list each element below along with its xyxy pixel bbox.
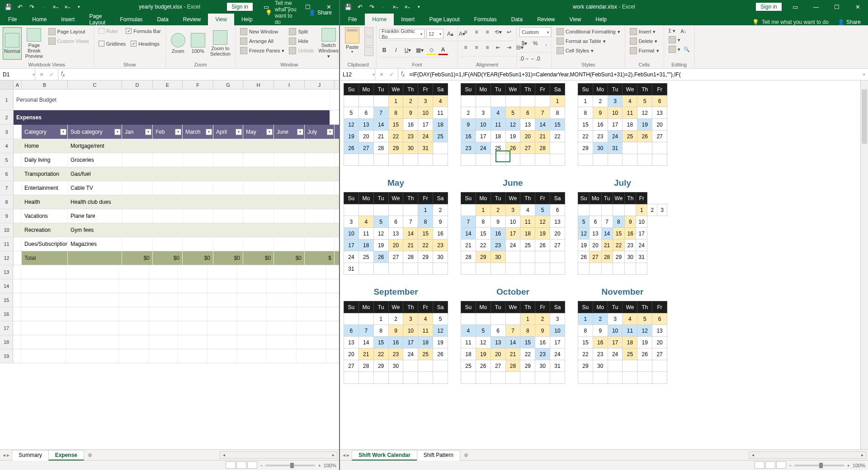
empty-cell[interactable] bbox=[119, 349, 149, 363]
empty-cell[interactable] bbox=[178, 335, 208, 349]
filter-dropdown-icon[interactable]: ▾ bbox=[327, 129, 333, 135]
calendar-day[interactable]: 16 bbox=[593, 119, 608, 131]
calendar-day[interactable] bbox=[433, 142, 448, 154]
calendar-day[interactable] bbox=[373, 154, 388, 166]
empty-cell[interactable] bbox=[119, 279, 149, 293]
calendar-day[interactable]: 11 bbox=[359, 228, 373, 240]
total-cell[interactable]: Total bbox=[22, 251, 68, 265]
calendar-day[interactable]: 1 bbox=[373, 313, 388, 325]
calendar-day[interactable] bbox=[476, 263, 491, 275]
calendar-day[interactable]: 8 bbox=[550, 107, 565, 119]
total-cell[interactable]: $0 bbox=[243, 251, 274, 265]
gridlines-checkbox[interactable] bbox=[99, 41, 104, 47]
calendar-day[interactable]: 19 bbox=[433, 337, 448, 348]
data-cell[interactable]: Vacations bbox=[22, 209, 68, 223]
calendar-day[interactable]: 15 bbox=[520, 337, 535, 348]
calendar-day[interactable]: 1 bbox=[550, 95, 565, 107]
calendar-day[interactable] bbox=[636, 263, 647, 275]
data-cell[interactable] bbox=[274, 209, 305, 223]
data-cell[interactable] bbox=[243, 181, 274, 195]
empty-cell[interactable] bbox=[237, 321, 267, 335]
calendar-day[interactable]: 18 bbox=[418, 337, 433, 348]
tab-view[interactable]: View bbox=[208, 14, 234, 25]
tab-formulas[interactable]: Formulas bbox=[467, 14, 504, 25]
tab-insert[interactable]: Insert bbox=[394, 14, 422, 25]
calendar-day[interactable]: 26 bbox=[535, 240, 550, 251]
close-icon[interactable]: ✕ bbox=[847, 0, 868, 14]
calendar-day[interactable]: 15 bbox=[476, 228, 491, 240]
calendar-day[interactable]: 18 bbox=[461, 348, 476, 360]
calendar-day[interactable]: 29 bbox=[476, 251, 491, 263]
calendar-day[interactable]: 15 bbox=[613, 228, 625, 240]
calendar-day[interactable] bbox=[590, 204, 601, 216]
data-cell[interactable]: Dues/Subscription bbox=[22, 237, 68, 251]
tab-insert[interactable]: Insert bbox=[54, 14, 82, 25]
calendar-day[interactable]: 5 bbox=[578, 216, 590, 228]
calendar-day[interactable]: 19 bbox=[505, 131, 520, 142]
calendar-day[interactable]: 16 bbox=[535, 337, 550, 348]
calendar-day[interactable] bbox=[344, 95, 359, 107]
calendar-day[interactable]: 4 bbox=[623, 95, 637, 107]
data-cell[interactable] bbox=[213, 209, 243, 223]
calendar-day[interactable]: 7 bbox=[461, 216, 476, 228]
calendar-day[interactable]: 14 bbox=[601, 228, 613, 240]
column-header-may[interactable]: May▾ bbox=[243, 125, 274, 139]
calendar-day[interactable]: 3 bbox=[403, 313, 418, 325]
calendar-day[interactable]: 6 bbox=[388, 216, 403, 228]
data-cell[interactable] bbox=[305, 237, 335, 251]
calendar-day[interactable] bbox=[476, 154, 491, 166]
calendar-day[interactable]: 6 bbox=[652, 313, 667, 325]
data-cell[interactable] bbox=[183, 223, 213, 237]
calendar-day[interactable] bbox=[652, 372, 667, 384]
calendar-day[interactable]: 24 bbox=[476, 142, 491, 154]
total-cell[interactable]: $ bbox=[305, 251, 335, 265]
tab-file[interactable]: File bbox=[0, 14, 25, 25]
empty-cell[interactable] bbox=[66, 265, 119, 279]
column-header-june[interactable]: June▾ bbox=[274, 125, 305, 139]
empty-cell[interactable] bbox=[237, 265, 267, 279]
save-icon[interactable]: 💾 bbox=[343, 1, 354, 12]
calendar-day[interactable] bbox=[601, 263, 613, 275]
calendar-day[interactable]: 27 bbox=[344, 360, 359, 372]
calendar-day[interactable] bbox=[550, 251, 565, 263]
calendar-day[interactable]: 13 bbox=[344, 337, 359, 348]
calendar-day[interactable]: 23 bbox=[625, 240, 636, 251]
zoom-slider[interactable] bbox=[794, 465, 844, 466]
calendar-day[interactable]: 2 bbox=[535, 313, 550, 325]
calendar-day[interactable] bbox=[403, 372, 418, 384]
empty-cell[interactable] bbox=[208, 321, 236, 335]
data-cell[interactable] bbox=[183, 167, 213, 181]
delete-cells-button[interactable]: Delete ▾ bbox=[628, 37, 661, 46]
empty-cell[interactable] bbox=[21, 307, 66, 321]
tab-help[interactable]: Help bbox=[234, 14, 260, 25]
page-layout-button[interactable]: Page Layout bbox=[47, 27, 91, 36]
calendar-day[interactable]: 10 bbox=[418, 107, 433, 119]
decrease-indent-icon[interactable]: ⇤ bbox=[493, 42, 503, 52]
col-header-F[interactable]: F bbox=[183, 80, 213, 89]
empty-cell[interactable] bbox=[297, 265, 326, 279]
format-as-table-button[interactable]: Format as Table ▾ bbox=[555, 37, 622, 46]
calendar-day[interactable]: 20 bbox=[652, 337, 667, 348]
calendar-day[interactable] bbox=[613, 263, 625, 275]
empty-cell[interactable] bbox=[237, 293, 267, 307]
zoom-in-button[interactable]: + bbox=[318, 463, 321, 468]
calendar-day[interactable]: 30 bbox=[433, 251, 448, 263]
calendar-day[interactable]: 18 bbox=[520, 228, 535, 240]
redo-icon[interactable]: ↷ bbox=[26, 1, 37, 12]
calendar-day[interactable]: 22 bbox=[373, 348, 388, 360]
column-header-july[interactable]: July▾ bbox=[305, 125, 335, 139]
calendar-day[interactable] bbox=[578, 263, 590, 275]
empty-cell[interactable] bbox=[66, 307, 119, 321]
redo-icon[interactable]: ↷ bbox=[366, 1, 377, 12]
calendar-day[interactable] bbox=[505, 251, 520, 263]
total-cell[interactable]: $0 bbox=[213, 251, 243, 265]
zoom-out-button[interactable]: − bbox=[260, 463, 263, 468]
share-button[interactable]: 👤Share bbox=[305, 9, 335, 16]
calendar-day[interactable]: 5 bbox=[535, 204, 550, 216]
calendar-day[interactable] bbox=[359, 154, 373, 166]
calendar-day[interactable]: 12 bbox=[344, 119, 359, 131]
data-cell[interactable] bbox=[243, 209, 274, 223]
calendar-day[interactable]: 13 bbox=[652, 107, 667, 119]
empty-cell[interactable] bbox=[66, 349, 119, 363]
calendar-day[interactable]: 3 bbox=[476, 107, 491, 119]
